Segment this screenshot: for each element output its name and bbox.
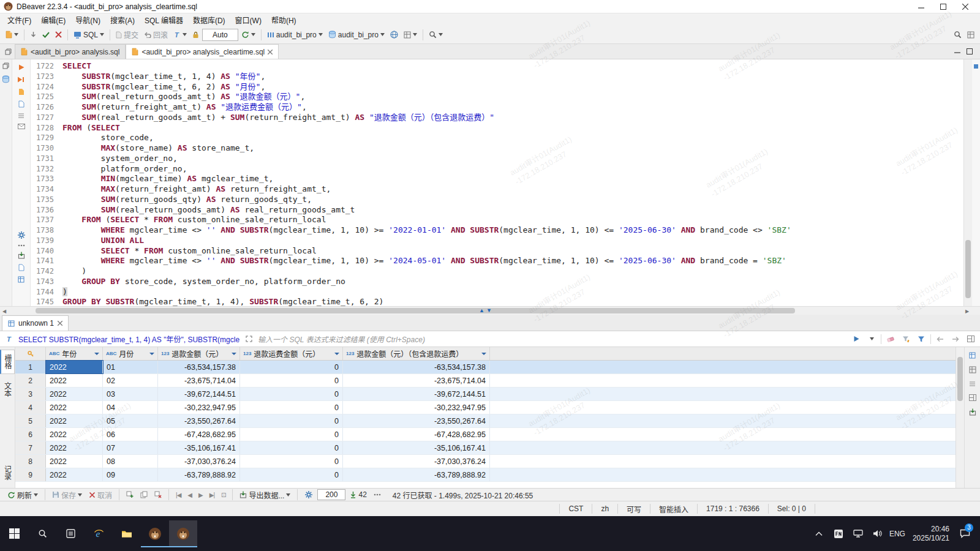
- last-row-button[interactable]: ▶|: [207, 490, 217, 500]
- side-tab-record[interactable]: 记录: [1, 461, 14, 484]
- execute-script-icon[interactable]: [17, 76, 25, 83]
- cell-refund[interactable]: -63,789,888.92: [158, 468, 240, 481]
- cell-year[interactable]: 2022: [46, 374, 103, 387]
- export-data-button[interactable]: 导出数据...: [237, 488, 293, 502]
- editor-vertical-scrollbar[interactable]: [963, 59, 972, 306]
- cell-freight[interactable]: 0: [240, 401, 343, 414]
- table-row[interactable]: 4202204-30,232,947.950-30,232,947.95: [15, 401, 956, 414]
- cell-freight[interactable]: 0: [240, 361, 343, 373]
- next-row-button[interactable]: ▶: [196, 490, 205, 500]
- transaction-mode-dropdown[interactable]: T: [171, 29, 189, 40]
- close-tab-icon[interactable]: [268, 50, 273, 54]
- scroll-right-icon[interactable]: ▶: [963, 307, 971, 315]
- search-dropdown[interactable]: [426, 29, 445, 40]
- first-row-button[interactable]: |◀: [173, 490, 183, 500]
- refresh-connection-button[interactable]: [239, 29, 258, 40]
- column-header-5[interactable]: 123退款金额（元）（包含退款运费）: [343, 347, 490, 360]
- tab-analysis-cleartime-sql[interactable]: <audit_bi_pro> analysis_cleartime.sql: [126, 44, 279, 59]
- grouping-panel-icon[interactable]: [969, 366, 976, 373]
- menu-item-1[interactable]: 文件(F): [2, 13, 36, 26]
- previous-row-button[interactable]: ◀: [185, 490, 194, 500]
- cell-month[interactable]: 05: [103, 414, 158, 427]
- network-indicator[interactable]: [849, 520, 867, 547]
- cell-freight[interactable]: 0: [240, 374, 343, 387]
- more-options-icon[interactable]: [18, 244, 25, 247]
- cell-total[interactable]: -63,534,157.38: [343, 361, 490, 373]
- cell-year[interactable]: 2022: [46, 361, 103, 373]
- row-number-cell[interactable]: 1: [15, 361, 46, 373]
- aggregate-panel-icon[interactable]: [969, 394, 976, 401]
- add-row-button[interactable]: [124, 489, 136, 500]
- column-menu-icon[interactable]: [334, 353, 339, 358]
- results-tab-unknown1[interactable]: unknown 1: [2, 315, 69, 331]
- cell-total[interactable]: -37,030,376.24: [343, 455, 490, 468]
- cell-freight[interactable]: 0: [240, 441, 343, 454]
- table-row[interactable]: 6202206-67,428,682.950-67,428,682.95: [15, 428, 956, 441]
- result-settings-button[interactable]: [302, 489, 315, 501]
- cell-year[interactable]: 2022: [46, 455, 103, 468]
- menu-item-8[interactable]: 帮助(H): [266, 13, 301, 26]
- maximize-pane-icon[interactable]: [967, 48, 973, 54]
- cell-refund[interactable]: -23,550,267.64: [158, 414, 240, 427]
- cell-refund[interactable]: -63,534,157.38: [158, 361, 240, 373]
- cell-month[interactable]: 08: [103, 455, 158, 468]
- row-number-cell[interactable]: 3: [15, 388, 46, 400]
- ime-indicator[interactable]: [829, 520, 848, 547]
- filter-history-dropdown[interactable]: [865, 333, 878, 345]
- cell-year[interactable]: 2022: [46, 468, 103, 481]
- column-header-3[interactable]: 123退款金额（元）: [158, 347, 240, 360]
- row-number-cell[interactable]: 8: [15, 455, 46, 468]
- rollback-quick-button[interactable]: [53, 29, 64, 40]
- cell-refund[interactable]: -30,232,947.95: [158, 401, 240, 414]
- row-number-cell[interactable]: 7: [15, 441, 46, 454]
- row-number-cell[interactable]: 5: [15, 414, 46, 427]
- menu-item-7[interactable]: 窗口(W): [230, 13, 266, 26]
- quick-search-button[interactable]: [951, 29, 964, 40]
- open-query-icon[interactable]: [243, 333, 255, 345]
- maximize-button[interactable]: [932, 0, 954, 13]
- report-icon[interactable]: [18, 276, 24, 283]
- side-tab-grid[interactable]: 栅格: [0, 350, 15, 374]
- commit-button[interactable]: 提交: [113, 28, 141, 42]
- apply-filter-button[interactable]: [850, 333, 862, 345]
- cell-month[interactable]: 01: [103, 361, 158, 373]
- commit-quick-button[interactable]: [40, 29, 52, 40]
- fetch-all-button[interactable]: 42: [347, 489, 369, 501]
- tray-expand-button[interactable]: [810, 520, 828, 547]
- output-icon[interactable]: [18, 124, 25, 129]
- settings-gear-icon[interactable]: [17, 231, 26, 239]
- cell-refund[interactable]: -67,428,682.95: [158, 428, 240, 441]
- table-row[interactable]: 8202208-37,030,376.240-37,030,376.24: [15, 455, 956, 468]
- tab-analysis-sql[interactable]: <audit_bi_pro> analysis.sql: [15, 44, 126, 59]
- delete-row-button[interactable]: [152, 489, 164, 500]
- cell-month[interactable]: 07: [103, 441, 158, 454]
- cell-month[interactable]: 06: [103, 428, 158, 441]
- table-row[interactable]: 7202207-35,106,167.410-35,106,167.41: [15, 441, 956, 455]
- clear-filter-button[interactable]: [884, 333, 897, 345]
- connection-selector[interactable]: audit_bi_pro: [265, 29, 325, 41]
- task-view-button[interactable]: [56, 520, 85, 547]
- scrollbar-thumb[interactable]: [36, 308, 795, 313]
- export-result-icon[interactable]: [18, 252, 25, 259]
- taskbar-search-button[interactable]: [28, 520, 56, 547]
- column-menu-icon[interactable]: [481, 353, 486, 358]
- row-number-cell[interactable]: 2: [15, 374, 46, 387]
- new-sql-editor-button[interactable]: [3, 29, 21, 40]
- transaction-lock-button[interactable]: [190, 29, 202, 40]
- grid-vertical-scrollbar[interactable]: [956, 347, 964, 488]
- filter-back-button[interactable]: [934, 333, 946, 345]
- cell-total[interactable]: -30,232,947.95: [343, 401, 490, 414]
- cancel-button[interactable]: 取消: [86, 488, 115, 502]
- cell-year[interactable]: 2022: [46, 414, 103, 427]
- outline-icon[interactable]: [18, 113, 24, 119]
- cell-refund[interactable]: -37,030,376.24: [158, 455, 240, 468]
- cell-year[interactable]: 2022: [46, 388, 103, 400]
- taskbar-ie-button[interactable]: e: [85, 520, 113, 547]
- cell-freight[interactable]: 0: [240, 455, 343, 468]
- network-button[interactable]: [388, 29, 401, 40]
- table-row[interactable]: 5202205-23,550,267.640-23,550,267.64: [15, 414, 956, 428]
- restore-view-icon[interactable]: [2, 62, 9, 69]
- table-row[interactable]: 3202203-39,672,144.510-39,672,144.51: [15, 388, 956, 401]
- cell-total[interactable]: -39,672,144.51: [343, 388, 490, 400]
- close-results-tab-icon[interactable]: [58, 321, 62, 326]
